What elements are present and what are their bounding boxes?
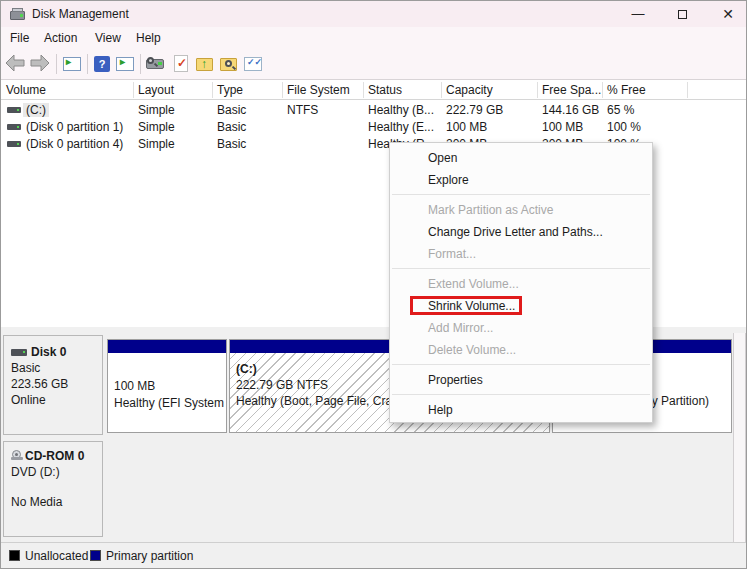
legend-bar: Unallocated Primary partition (1, 542, 746, 568)
menu-separator (392, 364, 650, 365)
disk-status: Online (11, 393, 46, 407)
menu-item-explore[interactable]: Explore (390, 169, 652, 191)
partition-size: 100 MB (114, 379, 155, 393)
menu-separator (392, 194, 650, 195)
volume-name: (C:) (23, 103, 49, 117)
toolbar-separator (140, 54, 141, 74)
menu-separator (392, 394, 650, 395)
cdrom-drive: DVD (D:) (11, 465, 60, 479)
window-title: Disk Management (32, 7, 129, 21)
menu-file[interactable]: File (10, 31, 29, 45)
menu-view[interactable]: View (95, 31, 121, 45)
disk-management-window: Disk Management — ✕ File Action View Hel… (0, 0, 747, 569)
close-button[interactable]: ✕ (711, 1, 745, 27)
disk0-panel[interactable]: Disk 0 Basic 223.56 GB Online (3, 335, 103, 435)
context-menu: Open Explore Mark Partition as Active Ch… (389, 142, 653, 423)
cdrom-panel[interactable]: CD-ROM 0 DVD (D:) No Media (3, 441, 103, 537)
disk-drive-icon (10, 8, 25, 20)
volume-icon (7, 124, 21, 130)
menu-separator (392, 268, 650, 269)
menu-item-format: Format... (390, 243, 652, 265)
partition-status: Healthy (Boot, Page File, Cras (236, 394, 398, 408)
magnifier-icon (225, 60, 232, 67)
help-icon: ? (94, 56, 110, 72)
console-tree-button[interactable]: ▸ (61, 53, 83, 75)
partition-status: Healthy (EFI System (114, 396, 224, 410)
titlebar: Disk Management — ✕ (1, 1, 746, 27)
menubar: File Action View Help (1, 27, 746, 49)
vertical-scrollbar[interactable] (733, 333, 746, 542)
col-file-system[interactable]: File System (287, 83, 350, 97)
disk-type: Basic (11, 361, 40, 375)
col-layout[interactable]: Layout (138, 83, 174, 97)
legend-unallocated-label: Unallocated (25, 549, 88, 563)
primary-partition-bar (108, 340, 226, 353)
col-status[interactable]: Status (368, 83, 402, 97)
minimize-icon: — (632, 6, 645, 21)
table-row-c[interactable]: (C:) Simple Basic NTFS Healthy (B... 222… (1, 101, 746, 118)
checklist-button[interactable]: ✓✓ (242, 53, 264, 75)
check-icon: ✓ (177, 56, 187, 70)
menu-item-add-mirror: Add Mirror... (390, 317, 652, 339)
col-pct-free[interactable]: % Free (607, 83, 646, 97)
disk-name: Disk 0 (31, 345, 66, 359)
volume-icon (7, 107, 21, 113)
volume-name: (Disk 0 partition 4) (26, 137, 123, 151)
partition-name: (C:) (236, 362, 257, 376)
menu-action[interactable]: Action (44, 31, 77, 45)
help-button[interactable]: ? (91, 53, 113, 75)
maximize-icon (678, 10, 687, 19)
menu-item-extend-volume: Extend Volume... (390, 273, 652, 295)
disk-size: 223.56 GB (11, 377, 68, 391)
toolbar: ▸ ? ▸ ✓ ↑ ✓✓ (1, 49, 746, 80)
volume-icon (7, 141, 21, 147)
device-properties-button[interactable] (145, 53, 167, 75)
volume-name: (Disk 0 partition 1) (26, 120, 123, 134)
menu-item-mark-partition-active: Mark Partition as Active (390, 199, 652, 221)
partition-efi[interactable]: 100 MB Healthy (EFI System (107, 339, 227, 433)
legend-primary-label: Primary partition (106, 549, 193, 563)
toolbar-separator (56, 54, 57, 74)
folder-search-button[interactable] (218, 53, 240, 75)
maximize-button[interactable] (665, 1, 699, 27)
menu-help[interactable]: Help (136, 31, 161, 45)
cdrom-name: CD-ROM 0 (25, 449, 84, 463)
col-capacity[interactable]: Capacity (446, 83, 493, 97)
menu-item-shrink-volume[interactable]: Shrink Volume... (390, 295, 652, 317)
partition-size: 222.79 GB NTFS (236, 378, 328, 392)
toolbar-separator (87, 54, 88, 74)
table-row-partition1[interactable]: (Disk 0 partition 1) Simple Basic Health… (1, 118, 746, 135)
magnifier-icon (147, 57, 154, 64)
list-header: Volume Layout Type File System Status Ca… (1, 80, 746, 100)
forward-arrow-icon (29, 53, 51, 73)
red-highlight-box (410, 296, 522, 315)
col-volume[interactable]: Volume (6, 83, 46, 97)
cdrom-icon (11, 450, 23, 460)
forward-button[interactable] (29, 53, 51, 75)
menu-item-help[interactable]: Help (390, 399, 652, 421)
cdrom-media: No Media (11, 495, 62, 509)
minimize-button[interactable]: — (621, 1, 655, 27)
back-arrow-icon (4, 53, 26, 73)
validate-button[interactable]: ✓ (170, 53, 192, 75)
menu-item-delete-volume: Delete Volume... (390, 339, 652, 361)
col-type[interactable]: Type (217, 83, 243, 97)
back-button[interactable] (4, 53, 26, 75)
menu-item-properties[interactable]: Properties (390, 369, 652, 391)
menu-item-open[interactable]: Open (390, 147, 652, 169)
show-list-button[interactable]: ▸ (114, 53, 136, 75)
close-icon: ✕ (722, 6, 734, 22)
folder-up-button[interactable]: ↑ (194, 53, 216, 75)
menu-item-change-drive-letter[interactable]: Change Drive Letter and Paths... (390, 221, 652, 243)
unallocated-swatch (9, 550, 20, 561)
disk-icon (11, 349, 27, 356)
col-free-space[interactable]: Free Spa... (542, 83, 601, 97)
primary-partition-swatch (90, 550, 101, 561)
